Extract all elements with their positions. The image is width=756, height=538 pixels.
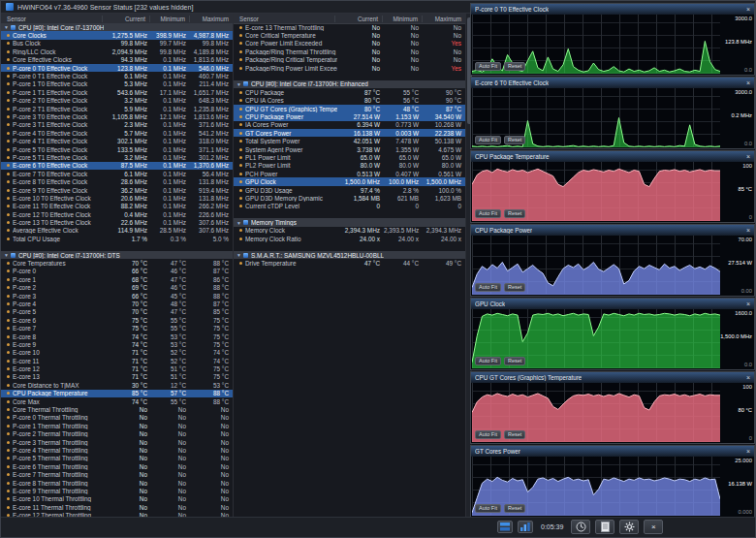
- reset-button[interactable]: Reset: [504, 209, 525, 219]
- reset-button[interactable]: Reset: [504, 504, 525, 514]
- sensor-row[interactable]: P-core 0 T0 Effective Clock123.8 MHz0.1 …: [1, 64, 233, 72]
- sensor-row[interactable]: Package/Ring Power Limit ExceededNoNoYes: [234, 64, 465, 72]
- sensor-row[interactable]: Total CPU Usage1.7 %0.3 %5.0 %: [1, 235, 233, 242]
- sensor-row[interactable]: GT Cores Power16.138 W0.003 W22.238 W: [234, 129, 465, 137]
- sensor-row[interactable]: CPU GT Cores (Graphics) Temperature80 °C…: [234, 105, 465, 112]
- section-header[interactable]: ▼CPU [#0]: Intel Core i7-13700H: [1, 23, 233, 31]
- sensor-row[interactable]: PL1 Power Limit65.0 W65.0 W65.0 W: [234, 153, 465, 161]
- graph-close-icon[interactable]: ×: [746, 301, 750, 307]
- sensor-row[interactable]: Core Temperatures70 °C47 °C88 °C: [1, 259, 233, 267]
- section-header[interactable]: ▼Memory Timings: [234, 218, 465, 226]
- sensor-row[interactable]: CPU Package Temperature85 °C57 °C88 °C: [1, 390, 233, 397]
- sensor-row[interactable]: E-core 8 Thermal ThrottlingNoNoNo: [1, 479, 233, 487]
- sensor-row[interactable]: P-core 2 T1 Effective Clock5.9 MHz0.1 MH…: [1, 105, 233, 112]
- sensor-row[interactable]: E-core 13 T0 Effective Clock22.6 MHz0.1 …: [1, 218, 233, 226]
- graph-title-bar[interactable]: P-core 0 T0 Effective Clock×: [471, 4, 754, 15]
- column-header-sensor[interactable]: Sensor: [1, 16, 102, 22]
- graph-close-icon[interactable]: ×: [746, 448, 750, 455]
- sensor-row[interactable]: E-core 1071 °C52 °C74 °C: [1, 349, 233, 357]
- sensor-row[interactable]: E-core 6 Thermal ThrottlingNoNoNo: [1, 462, 233, 470]
- sensor-row[interactable]: CPU Package Power27.514 W1.153 W34.540 W: [234, 112, 465, 120]
- sensor-row[interactable]: E-core 9 Thermal ThrottlingNoNoNo: [1, 487, 233, 494]
- close-button[interactable]: ×: [644, 520, 663, 534]
- column-header-sensor[interactable]: Sensor: [234, 16, 334, 22]
- auto-fit-button[interactable]: Auto Fit: [475, 136, 501, 145]
- sensor-row[interactable]: E-core 11 T0 Effective Clock88.2 MHz0.1 …: [1, 203, 233, 210]
- sensor-row[interactable]: Package/Ring Critical TemperatureNoNoNo: [234, 56, 465, 64]
- column-header-current[interactable]: Current: [102, 16, 149, 22]
- sensor-row[interactable]: P-core 5 T1 Effective Clock3.2 MHz0.1 MH…: [1, 153, 233, 161]
- graph-title-bar[interactable]: CPU Package Power×: [471, 225, 754, 236]
- graph-close-icon[interactable]: ×: [746, 374, 750, 381]
- sensor-row[interactable]: P-core 3 T0 Effective Clock1,105.8 MHz12…: [1, 112, 233, 120]
- settings-button[interactable]: [619, 520, 639, 534]
- auto-fit-button[interactable]: Auto Fit: [475, 62, 501, 72]
- sensor-row[interactable]: E-core 1171 °C52 °C74 °C: [1, 357, 233, 364]
- clock-button[interactable]: [571, 520, 590, 534]
- sensor-row[interactable]: P-core 5 Thermal ThrottlingNoNoNo: [1, 455, 233, 462]
- sensor-row[interactable]: E-core 974 °C53 °C75 °C: [1, 340, 233, 348]
- sensor-row[interactable]: Current cTDP Level000: [234, 203, 465, 210]
- section-header[interactable]: ▼CPU [#0]: Intel Core i7-13700H: Enhance…: [234, 80, 465, 88]
- sensor-row[interactable]: CPU Package87 °C55 °C90 °C: [234, 88, 465, 96]
- sensor-row[interactable]: P-core 366 °C45 °C88 °C: [1, 292, 233, 300]
- sensor-row[interactable]: Bus Clock99.8 MHz99.7 MHz99.8 MHz: [1, 40, 233, 47]
- graph-close-icon[interactable]: ×: [746, 227, 750, 234]
- sensor-row[interactable]: P-core 570 °C47 °C85 °C: [1, 308, 233, 316]
- sensor-row[interactable]: E-core 7 T0 Effective Clock6.1 MHz0.1 MH…: [1, 170, 233, 177]
- sensor-row[interactable]: E-core 8 T0 Effective Clock28.6 MHz0.1 M…: [1, 177, 233, 185]
- reset-button[interactable]: Reset: [504, 430, 525, 440]
- sensor-row[interactable]: E-core 874 °C53 °C75 °C: [1, 332, 233, 340]
- sensor-row[interactable]: Core Thermal ThrottlingNoNoNo: [1, 405, 233, 413]
- reset-button[interactable]: Reset: [504, 283, 525, 293]
- sensor-row[interactable]: GPU D3D Memory Dynamic1,584 MB621 MB1,62…: [234, 194, 465, 202]
- sensor-row[interactable]: Core Effective Clocks94.3 MHz0.1 MHz1,81…: [1, 56, 233, 64]
- graph-title-bar[interactable]: CPU Package Temperature×: [471, 151, 754, 162]
- sensor-row[interactable]: E-core 13 Thermal ThrottlingNoNoNo: [234, 23, 465, 31]
- reset-button[interactable]: Reset: [504, 62, 525, 72]
- sensor-row[interactable]: E-core 775 °C55 °C75 °C: [1, 324, 233, 332]
- section-header[interactable]: ▼S.M.A.R.T.: SAMSUNG MZVL4512HBLU-00BLL: [234, 251, 465, 259]
- sensor-row[interactable]: P-core 470 °C48 °C87 °C: [1, 300, 233, 307]
- sensor-row[interactable]: P-core 1 T0 Effective Clock5.3 MHz0.1 MH…: [1, 80, 233, 88]
- graph-title-bar[interactable]: GT Cores Power×: [471, 446, 754, 457]
- sensor-row[interactable]: Drive Temperature47 °C44 °C49 °C: [234, 259, 465, 267]
- sensor-row[interactable]: Core Clocks1,275.5 MHz398.9 MHz4,987.8 M…: [1, 31, 233, 39]
- graph-close-icon[interactable]: ×: [746, 6, 750, 13]
- sensor-row[interactable]: Core Distance to TjMAX30 °C12 °C53 °C: [1, 381, 233, 389]
- graph-title-bar[interactable]: GPU Clock×: [471, 299, 754, 309]
- sensor-row[interactable]: E-core 1371 °C51 °C75 °C: [1, 373, 233, 381]
- column-header-minimum[interactable]: Minimum: [149, 16, 189, 22]
- sensor-row[interactable]: Total System Power42.051 W7.478 W50.138 …: [234, 137, 465, 144]
- reset-button[interactable]: Reset: [504, 136, 525, 145]
- sensor-row[interactable]: System Agent Power3.738 W1.355 W4.675 W: [234, 145, 465, 153]
- sensor-row[interactable]: P-core 4 Thermal ThrottlingNoNoNo: [1, 446, 233, 454]
- sensor-row[interactable]: E-core 1271 °C51 °C75 °C: [1, 364, 233, 372]
- report-button[interactable]: [595, 520, 614, 534]
- section-header[interactable]: ▼CPU [#0]: Intel Core i7-13700H: DTS: [1, 251, 233, 259]
- sensor-row[interactable]: Memory Clock2,394.3 MHz2,393.5 MHz2,394.…: [234, 227, 465, 235]
- sensor-row[interactable]: P-core 066 °C46 °C87 °C: [1, 268, 233, 275]
- sensor-row[interactable]: Package/Ring Thermal ThrottlingNoNoNo: [234, 47, 465, 55]
- column-header-maximum[interactable]: Maximum: [189, 16, 233, 22]
- sensor-row[interactable]: P-core 269 °C46 °C88 °C: [1, 284, 233, 292]
- sensor-row[interactable]: P-core 1 Thermal ThrottlingNoNoNo: [1, 422, 233, 429]
- sensor-row[interactable]: P-core 168 °C47 °C86 °C: [1, 275, 233, 283]
- sensor-row[interactable]: PL2 Power Limit80.0 W80.0 W80.0 W: [234, 162, 465, 170]
- graph-title-bar[interactable]: CPU GT Cores (Graphics) Temperature×: [471, 372, 754, 383]
- sensor-row[interactable]: GPU D3D Usage97.4 %2.8 %100.0 %: [234, 186, 465, 194]
- sensor-row[interactable]: PCH Power0.513 W0.407 W0.561 W: [234, 170, 465, 177]
- sensor-row[interactable]: E-core 11 Thermal ThrottlingNoNoNo: [1, 503, 233, 511]
- column-header-current[interactable]: Current: [334, 16, 382, 22]
- sensor-row[interactable]: E-core 675 °C55 °C75 °C: [1, 316, 233, 324]
- sensor-row[interactable]: Ring/LLC Clock2,094.9 MHz99.8 MHz4,189.8…: [1, 47, 233, 55]
- sensor-row[interactable]: P-core 5 T0 Effective Clock133.5 MHz0.1 …: [1, 145, 233, 153]
- sensor-row[interactable]: E-core 10 Thermal ThrottlingNoNoNo: [1, 495, 233, 503]
- sensor-row[interactable]: E-core 6 T0 Effective Clock87.5 MHz0.1 M…: [1, 162, 233, 170]
- sensor-row[interactable]: Core Max74 °C55 °C88 °C: [1, 397, 233, 405]
- dock-icon[interactable]: [497, 521, 513, 533]
- sensor-row[interactable]: E-core 12 T0 Effective Clock0.4 MHz0.1 M…: [1, 210, 233, 218]
- sensor-row[interactable]: E-core 7 Thermal ThrottlingNoNoNo: [1, 470, 233, 478]
- graph-close-icon[interactable]: ×: [746, 79, 750, 86]
- sensor-row[interactable]: P-core 0 T1 Effective Clock6.1 MHz0.1 MH…: [1, 72, 233, 79]
